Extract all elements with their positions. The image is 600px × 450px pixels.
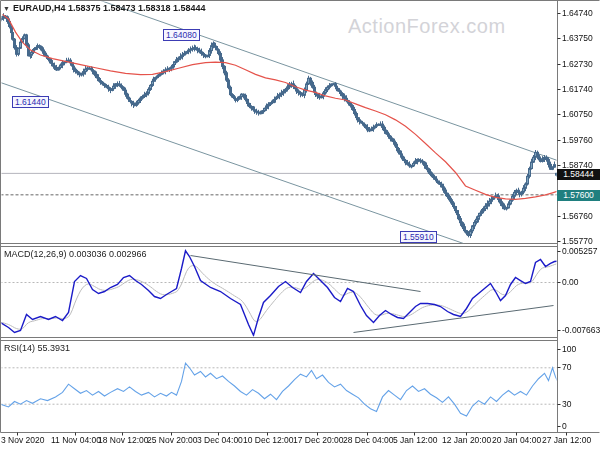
rsi-axis-label: 70 [562, 362, 571, 372]
level-price-badge: 1.57600 [557, 190, 600, 201]
time-axis-label: 3 Dec 04:00 [197, 435, 243, 445]
rsi-axis-label: 30 [562, 399, 571, 409]
time-axis-label: 17 Dec 20:00 [293, 435, 344, 445]
time-axis-label: 18 Nov 12:00 [98, 435, 149, 445]
price-chart-canvas[interactable] [0, 0, 600, 450]
macd-axis-label: 0.005257 [562, 246, 597, 256]
time-axis-label: 10 Dec 12:00 [243, 435, 294, 445]
price-axis-label: 1.61740 [562, 84, 593, 94]
rsi-indicator-label: RSI(14) 55.3931 [4, 343, 70, 353]
time-axis-label: 3 Nov 2020 [1, 435, 44, 445]
time-axis-label: 25 Nov 20:00 [147, 435, 198, 445]
time-axis-label: 28 Dec 04:00 [343, 435, 394, 445]
symbol-ohlc-info: EURAUD,H4 1.58375 1.58473 1.58318 1.5844… [13, 3, 206, 13]
time-axis-label: 11 Nov 04:00 [51, 435, 101, 445]
price-axis-label: 1.62730 [562, 59, 593, 69]
price-axis-label: 1.60750 [562, 109, 593, 119]
symbol-marker-icon: ▼ [3, 5, 10, 12]
price-axis-label: 1.59760 [562, 135, 593, 145]
price-axis-label: 1.64740 [562, 8, 593, 18]
macd-indicator-label: MACD(12,26,9) 0.003036 0.002966 [4, 249, 147, 259]
mt4-chart-window: ActionForex.com ▼EURAUD,H4 1.58375 1.584… [0, 0, 600, 450]
chart-header: ▼EURAUD,H4 1.58375 1.58473 1.58318 1.584… [3, 3, 206, 13]
bid-price-badge: 1.58444 [557, 169, 600, 180]
time-axis-label: 27 Jan 12:00 [542, 435, 591, 445]
trendline-price-label: 1.61440 [12, 96, 49, 108]
macd-axis-label: 0.00 [562, 277, 579, 287]
price-axis-label: 1.63750 [562, 33, 593, 43]
time-axis-label: 5 Jan 12:00 [393, 435, 437, 445]
time-axis-label: 12 Jan 20:00 [442, 435, 491, 445]
price-axis-label: 1.55770 [562, 236, 593, 246]
rsi-axis-label: 100 [562, 344, 576, 354]
rsi-axis-label: 0 [562, 421, 567, 431]
price-axis-label: 1.56760 [562, 211, 593, 221]
time-axis-label: 20 Jan 04:00 [492, 435, 541, 445]
macd-axis-label: -0.007663 [562, 325, 600, 335]
trendline-price-label: 1.55910 [400, 231, 437, 243]
trendline-price-label: 1.64080 [163, 29, 200, 41]
